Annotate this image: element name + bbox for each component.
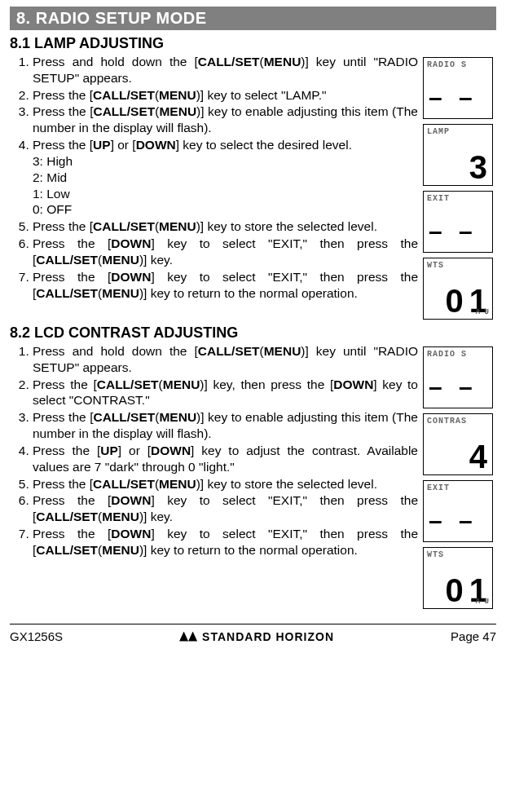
level-2: 2: Mid — [33, 170, 418, 186]
step-7: Press the [DOWN] key to select "EXIT," t… — [33, 269, 418, 302]
level-1: 1: Low — [33, 186, 418, 202]
brand-logo: STANDARD HORIZON — [179, 630, 334, 643]
step-5: Press the [CALL/SET(MENU)] key to store … — [33, 218, 418, 235]
step-4: Press the [UP] or [DOWN] key to adjust t… — [33, 443, 418, 475]
page-footer: GX1256S STANDARD HORIZON Page 47 — [10, 628, 496, 648]
subsection-title-contrast: 8.2 LCD CONTRAST ADJUSTING — [10, 324, 496, 342]
step-1: Press and hold down the [CALL/SET(MENU)]… — [33, 54, 418, 86]
lcd-column-1: RADIO S – – LAMP 3 EXIT – – WTS 0 1 A U — [423, 54, 496, 320]
step-2: Press the [CALL/SET(MENU)] key, then pre… — [33, 377, 418, 409]
step-2: Press the [CALL/SET(MENU)] key to select… — [33, 87, 418, 104]
step-4: Press the [UP] or [DOWN] key to select t… — [33, 137, 418, 218]
lcd-column-2: RADIO S – – CONTRAS 4 EXIT – – WTS 0 1 A… — [423, 343, 496, 609]
logo-mark-icon — [179, 632, 197, 642]
step-1: Press and hold down the [CALL/SET(MENU)]… — [33, 343, 418, 376]
level-3: 3: High — [33, 153, 418, 170]
subsection-title-lamp: 8.1 LAMP ADJUSTING — [10, 35, 496, 52]
lcd-screen: RADIO S – – — [423, 346, 493, 408]
lcd-screen: EXIT – – — [423, 191, 493, 253]
step-6: Press the [DOWN] key to select "EXIT," t… — [33, 236, 418, 268]
lcd-screen: WTS 0 1 A U — [423, 258, 493, 320]
section-header: 8. RADIO SETUP MODE — [10, 7, 496, 30]
lcd-screen: RADIO S – – — [423, 57, 493, 119]
lcd-screen: EXIT – – — [423, 480, 493, 542]
lcd-screen: CONTRAS 4 — [423, 413, 493, 475]
model-number: GX1256S — [10, 629, 63, 643]
step-3: Press the [CALL/SET(MENU)] key to enable… — [33, 409, 418, 442]
lcd-screen: LAMP 3 — [423, 124, 493, 186]
level-0: 0: OFF — [33, 201, 418, 218]
step-5: Press the [CALL/SET(MENU)] key to store … — [33, 476, 418, 492]
steps-list-lamp: Press and hold down the [CALL/SET(MENU)]… — [10, 54, 418, 301]
page-number: Page 47 — [451, 629, 496, 643]
steps-list-contrast: Press and hold down the [CALL/SET(MENU)]… — [10, 343, 418, 558]
step-3: Press the [CALL/SET(MENU)] key to enable… — [33, 104, 418, 136]
lcd-screen: WTS 0 1 A U — [423, 547, 493, 609]
step-6: Press the [DOWN] key to select "EXIT," t… — [33, 492, 418, 525]
footer-divider — [10, 624, 496, 624]
step-7: Press the [DOWN] key to select "EXIT," t… — [33, 526, 418, 558]
